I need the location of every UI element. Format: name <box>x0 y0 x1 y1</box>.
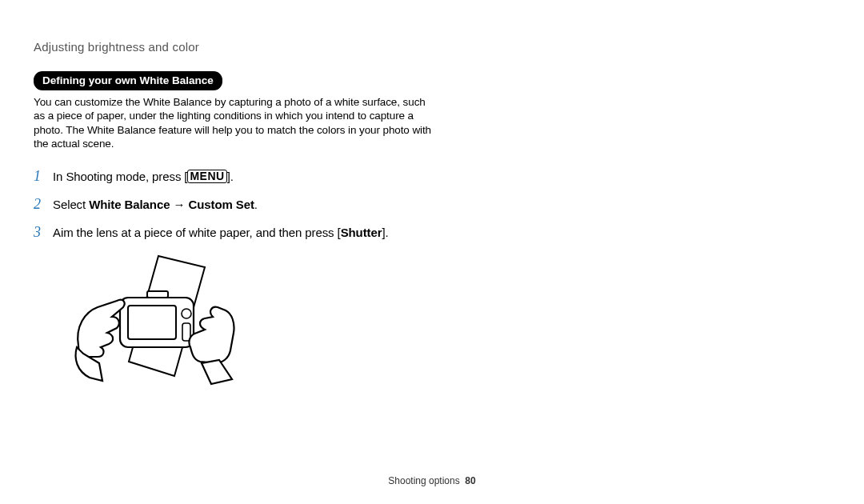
step-fragment: Aim the lens at a piece of white paper, … <box>53 226 341 239</box>
step-fragment: . <box>254 198 258 211</box>
step-fragment: ]. <box>227 170 234 183</box>
svg-rect-1 <box>128 306 176 339</box>
page-footer: Shooting options 80 <box>0 475 864 486</box>
step-item: 1 In Shooting mode, press [MENU]. <box>34 165 830 188</box>
step-fragment: Select <box>53 198 89 211</box>
arrow-icon: → <box>170 198 188 211</box>
white-balance-illustration <box>70 250 238 387</box>
step-number: 2 <box>34 193 53 216</box>
step-number: 3 <box>34 221 53 244</box>
section-heading: Defining your own White Balance <box>34 71 222 90</box>
step-number: 1 <box>34 165 53 188</box>
step-item: 3 Aim the lens at a piece of white paper… <box>34 221 830 244</box>
step-bold-fragment: White Balance <box>89 198 170 211</box>
step-bold-fragment: Custom Set <box>188 198 254 211</box>
section-body: You can customize the White Balance by c… <box>34 95 434 150</box>
step-text: Aim the lens at a piece of white paper, … <box>53 223 389 242</box>
page-breadcrumb: Adjusting brightness and color <box>34 40 830 54</box>
step-fragment: In Shooting mode, press [ <box>53 170 187 183</box>
step-bold-fragment: Shutter <box>341 226 382 239</box>
step-text: In Shooting mode, press [MENU]. <box>53 167 234 186</box>
step-text: Select White Balance → Custom Set. <box>53 195 258 214</box>
menu-icon: MENU <box>187 170 226 183</box>
steps-list: 1 In Shooting mode, press [MENU]. 2 Sele… <box>34 165 830 243</box>
page-number: 80 <box>465 475 475 486</box>
step-item: 2 Select White Balance → Custom Set. <box>34 193 830 216</box>
footer-section: Shooting options <box>388 475 459 486</box>
svg-rect-4 <box>147 291 168 298</box>
svg-point-2 <box>182 309 191 318</box>
step-fragment: ]. <box>382 226 388 239</box>
